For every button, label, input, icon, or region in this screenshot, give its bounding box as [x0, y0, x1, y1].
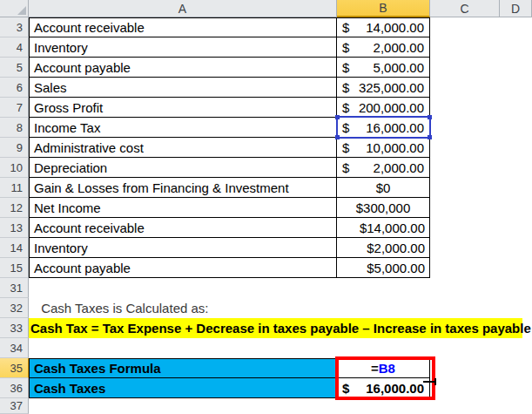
row-header-8[interactable]: 8 — [0, 118, 29, 138]
grid-rows: 3Account receivable$14,000.004Inventory$… — [0, 17, 532, 414]
row-header-5[interactable]: 5 — [0, 58, 29, 78]
cell-a12[interactable]: Net Income — [29, 198, 337, 218]
currency-symbol: $ — [342, 160, 349, 175]
row-header-33[interactable]: 33 — [0, 318, 29, 338]
cell-a10[interactable]: Depreciation — [29, 158, 337, 178]
cell-b35[interactable]: =B8 — [337, 358, 430, 378]
cell-b6[interactable]: $325,000.00 — [337, 78, 430, 98]
cell-a14[interactable]: Inventory — [29, 238, 337, 258]
sheet-row-6: 6Sales$325,000.00 — [0, 78, 532, 98]
row-header-3[interactable]: 3 — [0, 17, 29, 37]
cell-value: $0 — [376, 180, 391, 195]
row-header-9[interactable]: 9 — [0, 138, 29, 158]
row-header-13[interactable]: 13 — [0, 218, 29, 238]
cell-value: 14,000.00 — [366, 20, 424, 35]
cell-value: 2,000.00 — [374, 160, 424, 175]
row-header-37[interactable]: 37 — [0, 398, 29, 414]
cell-a8[interactable]: Income Tax — [29, 118, 337, 138]
spreadsheet: ABCD 3Account receivable$14,000.004Inven… — [0, 0, 532, 414]
currency-symbol: $ — [342, 140, 349, 155]
cell-a7[interactable]: Gross Profit — [29, 98, 337, 118]
cell-value: 5,000.00 — [374, 60, 424, 75]
sheet-row-36: 36Cash Taxes$16,000.00 — [0, 378, 532, 398]
cell-b3[interactable]: $14,000.00 — [337, 17, 430, 37]
row-header-7[interactable]: 7 — [0, 98, 29, 118]
cell-b11[interactable]: $0 — [337, 178, 430, 198]
currency-symbol: $ — [342, 80, 349, 95]
currency-symbol: $ — [342, 40, 349, 55]
cell-b7[interactable]: $200,000.00 — [337, 98, 430, 118]
sheet-row-4: 4Inventory$2,000.00 — [0, 37, 532, 58]
sheet-row-12: 12Net Income$300,000 — [0, 198, 532, 218]
row-header-12[interactable]: 12 — [0, 198, 29, 218]
cell-b4[interactable]: $2,000.00 — [337, 37, 430, 58]
cell-a11[interactable]: Gain & Losses from Financing & Investmen… — [29, 178, 337, 198]
currency-symbol: $ — [342, 381, 349, 396]
cell-b15[interactable]: $5,000.00 — [337, 258, 430, 278]
cell-value: $300,000 — [356, 200, 411, 215]
sheet-row-32: 32 Cash Taxes is Calculated as: — [0, 298, 532, 318]
sheet-row-33: 33Cash Tax = Tax Expense + Decrease in t… — [0, 318, 532, 338]
column-header-d[interactable]: D — [500, 0, 532, 17]
note-cell[interactable]: Cash Taxes is Calculated as: — [29, 298, 209, 318]
currency-symbol: $ — [342, 20, 349, 35]
cell-value: $14,000.00 — [360, 221, 425, 235]
sheet-row-37: 37 — [0, 398, 532, 414]
row-header-10[interactable]: 10 — [0, 158, 29, 178]
sheet-row-9: 9Administrative cost$10,000.00 — [0, 138, 532, 158]
sheet-row-15: 15Account payable$5,000.00 — [0, 258, 532, 278]
sheet-row-35: 35Cash Taxes Formula=B8 — [0, 358, 532, 378]
column-header-a[interactable]: A — [29, 0, 337, 17]
cell-a9[interactable]: Administrative cost — [29, 138, 337, 158]
column-header-row: ABCD — [0, 0, 532, 17]
sheet-row-5: 5Account payable$5,000.00 — [0, 58, 532, 78]
cell-b10[interactable]: $2,000.00 — [337, 158, 430, 178]
cell-b14[interactable]: $2,000.00 — [337, 238, 430, 258]
cell-value: 10,000.00 — [366, 140, 424, 155]
cell-value: 325,000.00 — [359, 80, 424, 95]
row-header-11[interactable]: 11 — [0, 178, 29, 198]
cell-a6[interactable]: Sales — [29, 78, 337, 98]
cell-a15[interactable]: Account payable — [29, 258, 337, 278]
cell-a36[interactable]: Cash Taxes — [29, 378, 337, 398]
column-header-b[interactable]: B — [337, 0, 430, 17]
cell-value: $5,000.00 — [367, 261, 425, 275]
sheet-row-3: 3Account receivable$14,000.00 — [0, 17, 532, 37]
cell-a3[interactable]: Account receivable — [29, 17, 337, 37]
sheet-row-8: 8Income Tax$16,000.00 — [0, 118, 532, 138]
cell-b5[interactable]: $5,000.00 — [337, 58, 430, 78]
select-all-corner[interactable] — [0, 0, 29, 17]
row-header-35[interactable]: 35 — [0, 358, 29, 378]
row-header-6[interactable]: 6 — [0, 78, 29, 98]
row-header-15[interactable]: 15 — [0, 258, 29, 278]
cell-value: 2,000.00 — [374, 40, 424, 55]
currency-symbol: $ — [342, 120, 349, 135]
cell-a5[interactable]: Account payable — [29, 58, 337, 78]
row-header-4[interactable]: 4 — [0, 37, 29, 58]
row-header-14[interactable]: 14 — [0, 238, 29, 258]
row-header-31[interactable]: 31 — [0, 278, 29, 298]
cell-b13[interactable]: $14,000.00 — [337, 218, 430, 238]
currency-symbol: $ — [342, 60, 349, 75]
formula-equals: = — [371, 361, 379, 376]
column-header-c[interactable]: C — [430, 0, 500, 17]
cell-a35[interactable]: Cash Taxes Formula — [29, 358, 337, 378]
sheet-row-11: 11Gain & Losses from Financing & Investm… — [0, 178, 532, 198]
row-header-34[interactable]: 34 — [0, 338, 29, 358]
sheet-row-14: 14Inventory$2,000.00 — [0, 238, 532, 258]
row-header-32[interactable]: 32 — [0, 298, 29, 318]
row-header-36[interactable]: 36 — [0, 378, 29, 398]
cell-b8[interactable]: $16,000.00 — [337, 118, 430, 138]
cell-value: 16,000.00 — [366, 381, 424, 396]
select-all-icon — [17, 6, 26, 15]
formula-banner[interactable]: Cash Tax = Tax Expense + Decrease in tax… — [29, 318, 522, 338]
sheet-row-10: 10Depreciation$2,000.00 — [0, 158, 532, 178]
cell-value: $2,000.00 — [367, 241, 425, 255]
cell-value: 16,000.00 — [366, 120, 424, 135]
cell-b36[interactable]: $16,000.00 — [337, 378, 430, 398]
cell-a13[interactable]: Account receivable — [29, 218, 337, 238]
cell-b9[interactable]: $10,000.00 — [337, 138, 430, 158]
cell-value: 200,000.00 — [359, 100, 424, 115]
cell-a4[interactable]: Inventory — [29, 37, 337, 58]
cell-b12[interactable]: $300,000 — [337, 198, 430, 218]
